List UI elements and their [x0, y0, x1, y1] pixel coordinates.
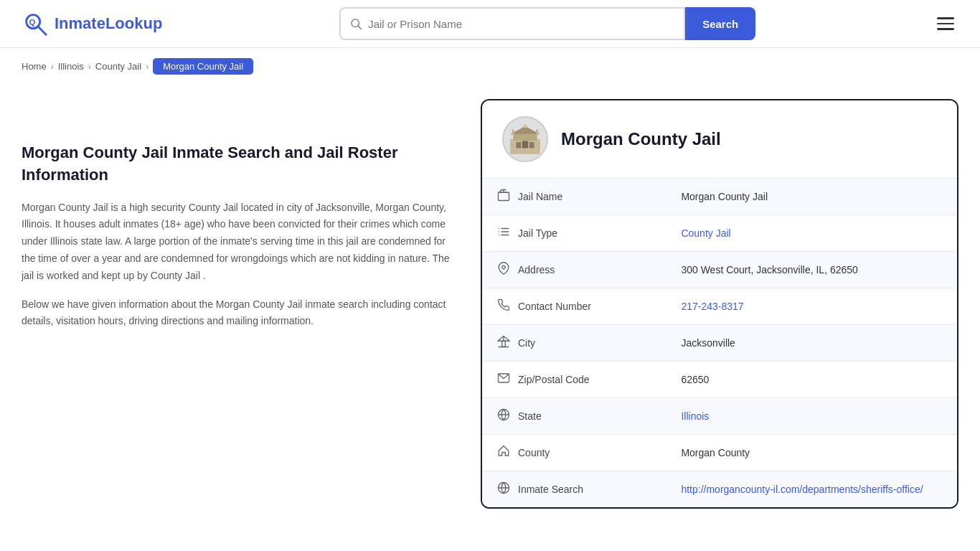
logo-text: InmateLookup: [55, 14, 162, 33]
field-label: Contact Number: [518, 301, 591, 312]
svg-point-22: [502, 265, 506, 269]
hamburger-menu[interactable]: [933, 13, 958, 34]
value-cell: 300 West Court, Jacksonville, IL, 62650: [666, 252, 957, 288]
header: Q InmateLookup Search: [0, 0, 980, 48]
svg-rect-11: [512, 130, 514, 136]
row-icon-county: [496, 445, 511, 461]
value-text: Jacksonville: [681, 337, 735, 349]
field-label: Zip/Postal Code: [518, 374, 590, 385]
search-wrapper: [339, 7, 685, 40]
svg-line-1: [38, 27, 46, 34]
field-label: Address: [518, 264, 555, 276]
breadcrumb: Home › Illinois › County Jail › Morgan C…: [0, 48, 980, 85]
row-icon-mail: [496, 372, 511, 387]
value-link[interactable]: County Jail: [681, 227, 730, 239]
svg-rect-8: [517, 142, 522, 148]
row-icon-list: [496, 225, 511, 241]
svg-rect-6: [513, 134, 537, 140]
svg-text:Q: Q: [29, 18, 35, 27]
label-cell: Inmate Search: [496, 481, 652, 497]
jail-info-card: Morgan County Jail Jail Name Morgan Coun…: [481, 99, 958, 509]
row-icon-web: [496, 481, 511, 497]
svg-marker-30: [499, 446, 509, 456]
value-text: 300 West Court, Jacksonville, IL, 62650: [681, 264, 857, 276]
breadcrumb-sep-3: ›: [146, 62, 149, 72]
value-cell: 217-243-8317: [666, 288, 957, 325]
svg-rect-9: [529, 142, 534, 148]
search-icon: [349, 17, 362, 30]
breadcrumb-home[interactable]: Home: [22, 61, 47, 72]
value-cell: Morgan County Jail: [666, 179, 957, 215]
breadcrumb-illinois[interactable]: Illinois: [58, 61, 84, 72]
field-label: County: [518, 447, 550, 458]
table-row: Zip/Postal Code 62650: [482, 362, 957, 398]
breadcrumb-sep-1: ›: [51, 62, 54, 72]
main-content: Morgan County Jail Inmate Search and Jai…: [0, 85, 980, 537]
jail-avatar: [502, 116, 548, 162]
value-link[interactable]: 217-243-8317: [681, 301, 743, 312]
search-button[interactable]: Search: [685, 7, 755, 40]
value-link[interactable]: http://morgancounty-il.com/departments/s…: [681, 484, 923, 495]
page-description-2: Below we have given information about th…: [22, 296, 452, 331]
row-icon-phone: [496, 298, 511, 314]
value-cell: 62650: [666, 362, 957, 398]
row-icon-building: [496, 189, 511, 204]
page-title: Morgan County Jail Inmate Search and Jai…: [22, 142, 452, 187]
value-text: Morgan County: [681, 447, 750, 458]
breadcrumb-current: Morgan County Jail: [153, 58, 253, 75]
row-icon-globe: [496, 408, 511, 424]
svg-rect-24: [502, 341, 506, 347]
table-row: County Morgan County: [482, 435, 957, 471]
breadcrumb-sep-2: ›: [88, 62, 91, 72]
field-label: Inmate Search: [518, 484, 583, 495]
label-cell: Contact Number: [496, 298, 652, 314]
hamburger-line-2: [937, 23, 954, 25]
field-label: City: [518, 337, 535, 349]
left-content: Morgan County Jail Inmate Search and Jai…: [22, 99, 481, 509]
page-description-1: Morgan County Jail is a high security Co…: [22, 199, 452, 285]
table-row: Jail Name Morgan County Jail: [482, 179, 957, 215]
svg-point-13: [524, 124, 527, 128]
label-cell: Zip/Postal Code: [496, 372, 652, 387]
svg-rect-10: [522, 141, 528, 149]
label-cell: Jail Name: [496, 189, 652, 204]
label-cell: State: [496, 408, 652, 424]
table-row: Jail Type County Jail: [482, 215, 957, 252]
value-text: 62650: [681, 374, 709, 385]
breadcrumb-county-jail[interactable]: County Jail: [95, 61, 141, 72]
table-row: Inmate Search http://morgancounty-il.com…: [482, 471, 957, 508]
jail-avatar-image: [507, 121, 543, 157]
field-label: State: [518, 410, 542, 422]
svg-rect-14: [499, 192, 509, 200]
info-table: Jail Name Morgan County Jail Jail Type C…: [482, 179, 957, 507]
value-cell: Morgan County: [666, 435, 957, 471]
logo[interactable]: Q InmateLookup: [22, 10, 162, 37]
value-cell: Jacksonville: [666, 325, 957, 362]
label-cell: City: [496, 335, 652, 351]
hamburger-line-3: [937, 28, 954, 30]
label-cell: County: [496, 445, 652, 461]
table-row: Address 300 West Court, Jacksonville, IL…: [482, 252, 957, 288]
row-icon-location: [496, 262, 511, 278]
card-header: Morgan County Jail: [482, 100, 957, 179]
svg-rect-12: [536, 130, 538, 136]
value-cell: Illinois: [666, 398, 957, 435]
value-cell: County Jail: [666, 215, 957, 252]
table-row: Contact Number 217-243-8317: [482, 288, 957, 325]
field-label: Jail Type: [518, 227, 557, 239]
table-row: State Illinois: [482, 398, 957, 435]
table-row: City Jacksonville: [482, 325, 957, 362]
field-label: Jail Name: [518, 191, 562, 202]
logo-icon: Q: [22, 10, 49, 37]
value-cell: http://morgancounty-il.com/departments/s…: [666, 471, 957, 508]
value-text: Morgan County Jail: [681, 191, 768, 202]
card-jail-name: Morgan County Jail: [561, 129, 721, 149]
value-link[interactable]: Illinois: [681, 410, 709, 422]
label-cell: Jail Type: [496, 225, 652, 241]
hamburger-line-1: [937, 17, 954, 19]
search-input[interactable]: [368, 18, 675, 30]
label-cell: Address: [496, 262, 652, 278]
svg-line-4: [359, 26, 362, 29]
row-icon-city: [496, 335, 511, 351]
search-area: Search: [339, 7, 755, 40]
